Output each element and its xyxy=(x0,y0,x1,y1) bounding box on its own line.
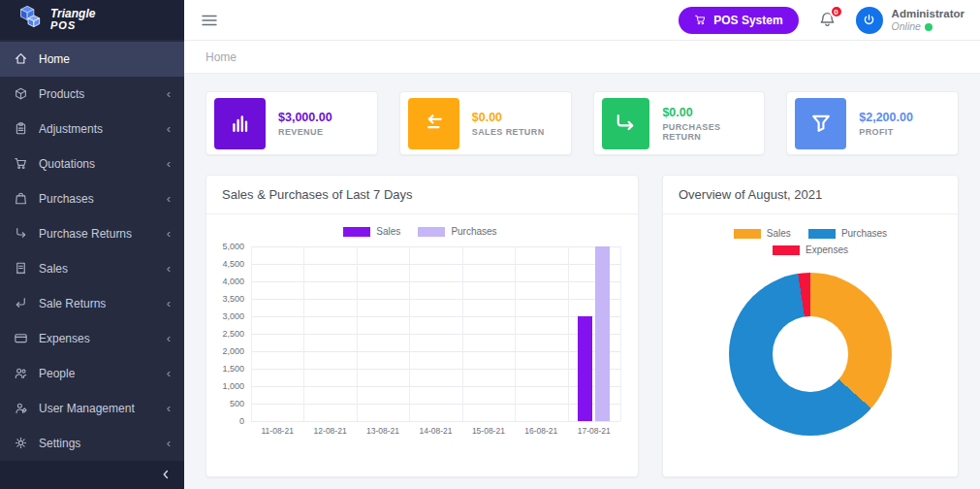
sidebar-item-label: Sale Returns xyxy=(39,297,156,310)
sidebar-item-purchases[interactable]: Purchases‹ xyxy=(0,181,184,216)
app-title: Triangle POS xyxy=(50,8,95,31)
x-tick-label: 13-08-21 xyxy=(357,426,409,436)
legend-purchases[interactable]: Purchases xyxy=(808,228,887,239)
doughnut-chart[interactable] xyxy=(729,273,892,436)
breadcrumb-home-link[interactable]: Home xyxy=(205,50,237,64)
user-gear-icon xyxy=(14,401,28,415)
stat-label: REVENUE xyxy=(278,127,332,137)
bar-sales-17-08-21[interactable] xyxy=(578,316,592,421)
y-tick-label: 2,000 xyxy=(222,346,244,356)
sidebar-item-user-management[interactable]: User Management‹ xyxy=(0,391,184,426)
online-status-dot xyxy=(925,23,933,31)
y-tick-label: 2,500 xyxy=(222,329,244,339)
notifications-button[interactable]: 0 xyxy=(818,11,837,29)
y-tick-label: 0 xyxy=(239,416,244,426)
bar-chart-y-axis: 5,0004,5004,0003,5003,0002,5002,0001,500… xyxy=(214,246,251,421)
sidebar-item-quotations[interactable]: Quotations‹ xyxy=(0,147,184,181)
sidebar-item-label: Products xyxy=(39,87,156,101)
user-meta: Administrator Online xyxy=(892,7,964,34)
stat-value: $3,000.00 xyxy=(278,111,332,124)
logout-power-icon[interactable] xyxy=(856,7,883,34)
sidebar-item-label: Quotations xyxy=(39,157,156,171)
clipboard-icon xyxy=(14,121,28,136)
bar-chart-title: Sales & Purchases of Last 7 Days xyxy=(206,176,638,214)
sidebar-item-label: Home xyxy=(39,52,171,66)
dashboard-content: $3,000.00REVENUE$0.00SALES RETURN$0.00PU… xyxy=(184,74,980,489)
chevron-left-icon: ‹ xyxy=(167,402,171,414)
chevron-left-icon: ‹ xyxy=(167,87,171,100)
sidebar-item-sales[interactable]: Sales‹ xyxy=(0,251,184,286)
sidebar-item-sale-returns[interactable]: Sale Returns‹ xyxy=(0,286,184,321)
y-tick-label: 4,000 xyxy=(222,277,244,286)
user-name: Administrator xyxy=(892,7,964,20)
sidebar-item-label: Purchases xyxy=(39,192,156,206)
y-tick-label: 5,000 xyxy=(222,242,244,251)
stat-label: PROFIT xyxy=(859,127,913,137)
menu-toggle-icon[interactable] xyxy=(200,11,219,30)
stat-card-profit: $2,200.00PROFIT xyxy=(786,91,959,155)
bar-purchases-17-08-21[interactable] xyxy=(595,246,610,421)
bar-chart: 5,0004,5004,0003,5003,0002,5002,0001,500… xyxy=(214,246,626,436)
pos-system-button-label: POS System xyxy=(713,14,782,27)
overview-chart-card: Overview of August, 2021 SalesPurchasesE… xyxy=(662,175,959,477)
bag-icon xyxy=(14,191,28,206)
triangle-pos-logo-icon xyxy=(14,3,43,36)
sidebar-item-label: Expenses xyxy=(39,332,156,345)
user-status: Online xyxy=(892,20,964,33)
stat-value: $0.00 xyxy=(472,111,545,124)
stat-text: $0.00SALES RETURN xyxy=(472,111,545,137)
bar-chart-x-axis: 11-08-2112-08-2113-08-2114-08-2115-08-21… xyxy=(251,426,620,436)
sales-purchases-chart-card: Sales & Purchases of Last 7 Days SalesPu… xyxy=(205,175,639,477)
sidebar-item-products[interactable]: Products‹ xyxy=(0,77,184,112)
y-tick-label: 4,500 xyxy=(222,259,244,269)
x-tick-label: 11-08-21 xyxy=(251,426,303,436)
arrow-forward-icon xyxy=(602,98,650,149)
y-tick-label: 500 xyxy=(230,399,244,408)
stat-value: $0.00 xyxy=(662,106,756,119)
legend-sales[interactable]: Sales xyxy=(734,228,791,239)
sidebar-item-people[interactable]: People‹ xyxy=(0,356,184,391)
stat-label: SALES RETURN xyxy=(472,127,545,137)
bar-chart-plot xyxy=(251,246,620,421)
legend-purchases[interactable]: Purchases xyxy=(418,226,496,237)
chevron-left-icon: ‹ xyxy=(167,157,171,170)
x-tick-label: 15-08-21 xyxy=(462,426,515,436)
sidebar-item-home[interactable]: Home xyxy=(0,42,184,77)
sidebar-item-settings[interactable]: Settings‹ xyxy=(0,426,184,461)
legend-expenses[interactable]: Expenses xyxy=(773,244,848,255)
chevron-left-icon: ‹ xyxy=(167,192,171,205)
sidebar-item-adjustments[interactable]: Adjustments‹ xyxy=(0,112,184,147)
user-status-label: Online xyxy=(892,20,921,33)
sidebar-collapse-button[interactable] xyxy=(159,468,173,481)
legend-sales[interactable]: Sales xyxy=(343,226,400,237)
stat-label: PURCHASES RETURN xyxy=(662,122,756,142)
charts-row: Sales & Purchases of Last 7 Days SalesPu… xyxy=(205,175,959,477)
bar-chart-legend: SalesPurchases xyxy=(304,226,537,237)
legend-swatch xyxy=(343,227,370,237)
sidebar-item-label: People xyxy=(39,367,156,380)
donut-chart-legend: SalesPurchasesExpenses xyxy=(694,228,927,255)
stat-card-sales-return: $0.00SALES RETURN xyxy=(399,91,572,155)
donut-chart-title: Overview of August, 2021 xyxy=(663,176,958,214)
app-logo[interactable]: Triangle POS xyxy=(0,0,184,40)
receipt-icon xyxy=(14,261,28,276)
pos-system-button[interactable]: POS System xyxy=(679,7,798,34)
return-arrow-icon xyxy=(14,226,28,241)
stat-card-purchases-return: $0.00PURCHASES RETURN xyxy=(593,91,766,155)
home-icon xyxy=(14,51,28,66)
legend-swatch xyxy=(734,229,761,239)
donut-chart-body: SalesPurchasesExpenses xyxy=(663,214,958,447)
legend-swatch xyxy=(418,227,445,237)
sidebar-item-purchase-returns[interactable]: Purchase Returns‹ xyxy=(0,216,184,251)
topbar: POS System 0 Administrator Online xyxy=(184,0,980,41)
sidebar-item-expenses[interactable]: Expenses‹ xyxy=(0,321,184,356)
x-tick-label: 16-08-21 xyxy=(515,426,567,436)
breadcrumb: Home xyxy=(184,41,980,74)
legend-swatch xyxy=(808,229,836,239)
reply-arrow-icon xyxy=(14,296,28,310)
chevron-left-icon: ‹ xyxy=(167,297,171,310)
stat-text: $2,200.00PROFIT xyxy=(859,111,913,137)
chevron-left-icon: ‹ xyxy=(167,122,171,135)
chevron-left-icon: ‹ xyxy=(167,227,171,240)
y-tick-label: 1,500 xyxy=(222,364,244,374)
